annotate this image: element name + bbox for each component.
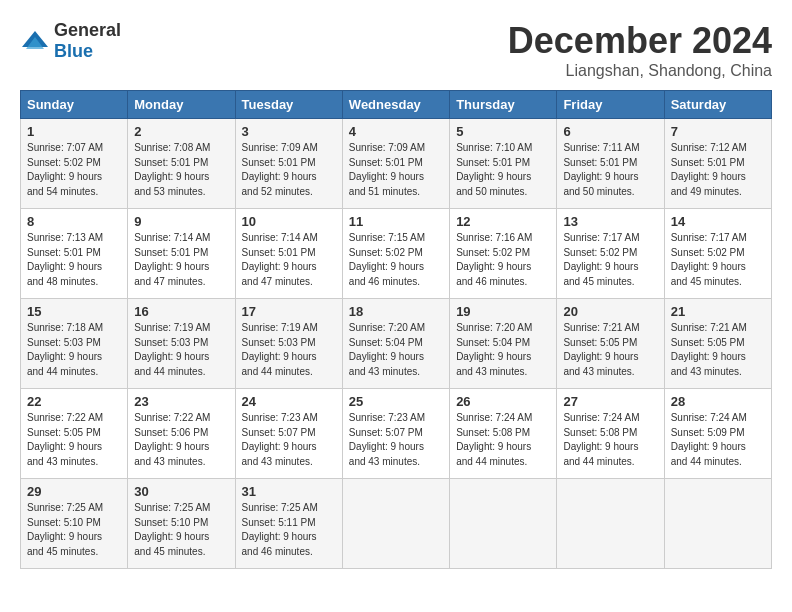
day-number: 9 — [134, 214, 228, 229]
header-cell-monday: Monday — [128, 91, 235, 119]
day-info: Sunrise: 7:25 AMSunset: 5:11 PMDaylight:… — [242, 502, 318, 557]
logo-blue: Blue — [54, 41, 93, 61]
day-info: Sunrise: 7:10 AMSunset: 5:01 PMDaylight:… — [456, 142, 532, 197]
day-cell — [557, 479, 664, 569]
header-row: SundayMondayTuesdayWednesdayThursdayFrid… — [21, 91, 772, 119]
day-info: Sunrise: 7:13 AMSunset: 5:01 PMDaylight:… — [27, 232, 103, 287]
day-cell: 13Sunrise: 7:17 AMSunset: 5:02 PMDayligh… — [557, 209, 664, 299]
day-info: Sunrise: 7:22 AMSunset: 5:06 PMDaylight:… — [134, 412, 210, 467]
day-number: 28 — [671, 394, 765, 409]
header-cell-sunday: Sunday — [21, 91, 128, 119]
day-info: Sunrise: 7:24 AMSunset: 5:08 PMDaylight:… — [563, 412, 639, 467]
day-number: 13 — [563, 214, 657, 229]
day-info: Sunrise: 7:09 AMSunset: 5:01 PMDaylight:… — [349, 142, 425, 197]
logo-icon — [20, 29, 50, 53]
day-info: Sunrise: 7:17 AMSunset: 5:02 PMDaylight:… — [671, 232, 747, 287]
day-cell — [342, 479, 449, 569]
day-info: Sunrise: 7:21 AMSunset: 5:05 PMDaylight:… — [671, 322, 747, 377]
day-number: 4 — [349, 124, 443, 139]
day-cell: 9Sunrise: 7:14 AMSunset: 5:01 PMDaylight… — [128, 209, 235, 299]
day-number: 27 — [563, 394, 657, 409]
day-number: 31 — [242, 484, 336, 499]
header-cell-friday: Friday — [557, 91, 664, 119]
day-cell: 31Sunrise: 7:25 AMSunset: 5:11 PMDayligh… — [235, 479, 342, 569]
day-cell: 25Sunrise: 7:23 AMSunset: 5:07 PMDayligh… — [342, 389, 449, 479]
day-cell: 18Sunrise: 7:20 AMSunset: 5:04 PMDayligh… — [342, 299, 449, 389]
day-number: 21 — [671, 304, 765, 319]
day-info: Sunrise: 7:09 AMSunset: 5:01 PMDaylight:… — [242, 142, 318, 197]
day-cell: 21Sunrise: 7:21 AMSunset: 5:05 PMDayligh… — [664, 299, 771, 389]
header-cell-thursday: Thursday — [450, 91, 557, 119]
day-info: Sunrise: 7:23 AMSunset: 5:07 PMDaylight:… — [349, 412, 425, 467]
day-number: 3 — [242, 124, 336, 139]
week-row-2: 8Sunrise: 7:13 AMSunset: 5:01 PMDaylight… — [21, 209, 772, 299]
day-info: Sunrise: 7:11 AMSunset: 5:01 PMDaylight:… — [563, 142, 639, 197]
day-cell: 11Sunrise: 7:15 AMSunset: 5:02 PMDayligh… — [342, 209, 449, 299]
day-number: 7 — [671, 124, 765, 139]
day-number: 10 — [242, 214, 336, 229]
logo: General Blue — [20, 20, 121, 62]
day-cell: 28Sunrise: 7:24 AMSunset: 5:09 PMDayligh… — [664, 389, 771, 479]
day-cell: 17Sunrise: 7:19 AMSunset: 5:03 PMDayligh… — [235, 299, 342, 389]
day-number: 25 — [349, 394, 443, 409]
day-number: 30 — [134, 484, 228, 499]
day-info: Sunrise: 7:16 AMSunset: 5:02 PMDaylight:… — [456, 232, 532, 287]
day-cell: 5Sunrise: 7:10 AMSunset: 5:01 PMDaylight… — [450, 119, 557, 209]
day-cell: 8Sunrise: 7:13 AMSunset: 5:01 PMDaylight… — [21, 209, 128, 299]
header-cell-wednesday: Wednesday — [342, 91, 449, 119]
day-info: Sunrise: 7:19 AMSunset: 5:03 PMDaylight:… — [134, 322, 210, 377]
day-info: Sunrise: 7:24 AMSunset: 5:08 PMDaylight:… — [456, 412, 532, 467]
day-info: Sunrise: 7:20 AMSunset: 5:04 PMDaylight:… — [456, 322, 532, 377]
day-number: 16 — [134, 304, 228, 319]
day-cell: 20Sunrise: 7:21 AMSunset: 5:05 PMDayligh… — [557, 299, 664, 389]
day-info: Sunrise: 7:25 AMSunset: 5:10 PMDaylight:… — [134, 502, 210, 557]
day-number: 17 — [242, 304, 336, 319]
day-info: Sunrise: 7:25 AMSunset: 5:10 PMDaylight:… — [27, 502, 103, 557]
day-cell: 1Sunrise: 7:07 AMSunset: 5:02 PMDaylight… — [21, 119, 128, 209]
location-title: Liangshan, Shandong, China — [508, 62, 772, 80]
day-number: 2 — [134, 124, 228, 139]
logo-general: General — [54, 20, 121, 40]
day-info: Sunrise: 7:19 AMSunset: 5:03 PMDaylight:… — [242, 322, 318, 377]
day-info: Sunrise: 7:14 AMSunset: 5:01 PMDaylight:… — [242, 232, 318, 287]
day-number: 14 — [671, 214, 765, 229]
day-cell: 30Sunrise: 7:25 AMSunset: 5:10 PMDayligh… — [128, 479, 235, 569]
header-cell-saturday: Saturday — [664, 91, 771, 119]
day-number: 15 — [27, 304, 121, 319]
day-info: Sunrise: 7:08 AMSunset: 5:01 PMDaylight:… — [134, 142, 210, 197]
day-cell: 22Sunrise: 7:22 AMSunset: 5:05 PMDayligh… — [21, 389, 128, 479]
day-number: 5 — [456, 124, 550, 139]
day-info: Sunrise: 7:20 AMSunset: 5:04 PMDaylight:… — [349, 322, 425, 377]
day-number: 29 — [27, 484, 121, 499]
day-info: Sunrise: 7:15 AMSunset: 5:02 PMDaylight:… — [349, 232, 425, 287]
day-number: 11 — [349, 214, 443, 229]
day-info: Sunrise: 7:18 AMSunset: 5:03 PMDaylight:… — [27, 322, 103, 377]
day-cell: 15Sunrise: 7:18 AMSunset: 5:03 PMDayligh… — [21, 299, 128, 389]
day-info: Sunrise: 7:14 AMSunset: 5:01 PMDaylight:… — [134, 232, 210, 287]
title-area: December 2024 Liangshan, Shandong, China — [508, 20, 772, 80]
week-row-3: 15Sunrise: 7:18 AMSunset: 5:03 PMDayligh… — [21, 299, 772, 389]
day-info: Sunrise: 7:23 AMSunset: 5:07 PMDaylight:… — [242, 412, 318, 467]
day-cell: 12Sunrise: 7:16 AMSunset: 5:02 PMDayligh… — [450, 209, 557, 299]
day-cell: 2Sunrise: 7:08 AMSunset: 5:01 PMDaylight… — [128, 119, 235, 209]
day-cell: 26Sunrise: 7:24 AMSunset: 5:08 PMDayligh… — [450, 389, 557, 479]
day-number: 20 — [563, 304, 657, 319]
day-cell: 14Sunrise: 7:17 AMSunset: 5:02 PMDayligh… — [664, 209, 771, 299]
day-number: 18 — [349, 304, 443, 319]
day-cell: 6Sunrise: 7:11 AMSunset: 5:01 PMDaylight… — [557, 119, 664, 209]
day-number: 24 — [242, 394, 336, 409]
day-cell: 24Sunrise: 7:23 AMSunset: 5:07 PMDayligh… — [235, 389, 342, 479]
calendar-table: SundayMondayTuesdayWednesdayThursdayFrid… — [20, 90, 772, 569]
day-cell — [450, 479, 557, 569]
day-info: Sunrise: 7:24 AMSunset: 5:09 PMDaylight:… — [671, 412, 747, 467]
day-cell: 29Sunrise: 7:25 AMSunset: 5:10 PMDayligh… — [21, 479, 128, 569]
day-cell: 19Sunrise: 7:20 AMSunset: 5:04 PMDayligh… — [450, 299, 557, 389]
logo-text: General Blue — [54, 20, 121, 62]
day-cell: 7Sunrise: 7:12 AMSunset: 5:01 PMDaylight… — [664, 119, 771, 209]
day-cell: 23Sunrise: 7:22 AMSunset: 5:06 PMDayligh… — [128, 389, 235, 479]
day-number: 8 — [27, 214, 121, 229]
day-info: Sunrise: 7:17 AMSunset: 5:02 PMDaylight:… — [563, 232, 639, 287]
day-number: 19 — [456, 304, 550, 319]
day-cell: 4Sunrise: 7:09 AMSunset: 5:01 PMDaylight… — [342, 119, 449, 209]
day-cell: 27Sunrise: 7:24 AMSunset: 5:08 PMDayligh… — [557, 389, 664, 479]
